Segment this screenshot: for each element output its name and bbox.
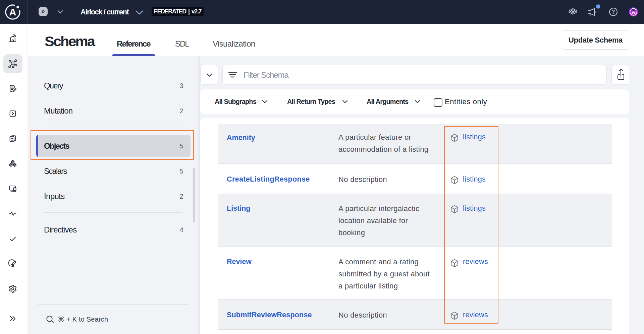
svg-text:A: A: [9, 7, 16, 17]
svg-text:?: ?: [612, 9, 615, 15]
